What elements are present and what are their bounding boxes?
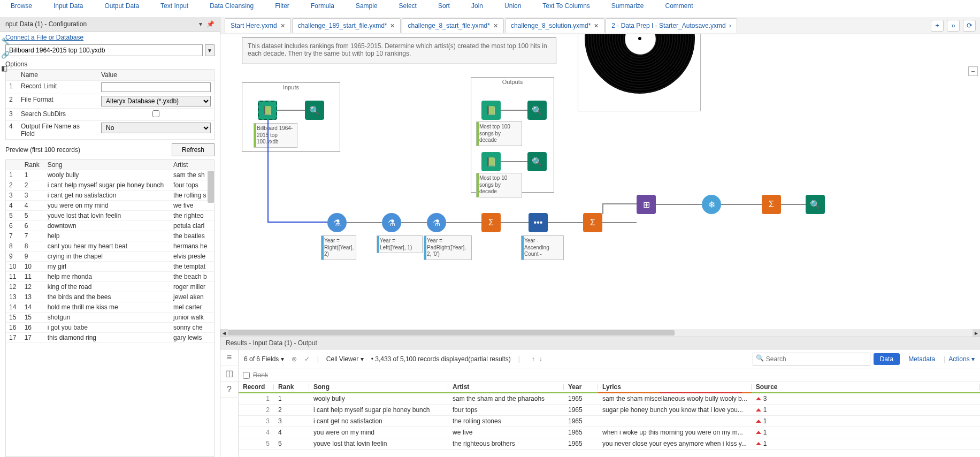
tool-input-data[interactable]: Input Data [53, 2, 83, 10]
table-row[interactable]: 88cant you hear my heart beathermans he [6, 241, 214, 252]
metadata-tab[interactable]: Metadata [903, 353, 940, 365]
tool-union[interactable]: Union [504, 2, 521, 10]
remove-fields-icon[interactable]: ⊗ [292, 355, 297, 363]
records-icon[interactable]: ≡ [220, 349, 238, 365]
filter-checkbox[interactable] [243, 372, 250, 379]
col-rank[interactable]: Rank [21, 160, 44, 170]
file-format-select[interactable]: Alteryx Database (*.yxdb) [101, 96, 211, 106]
table-row[interactable]: 1616i got you babesonny che [6, 323, 214, 333]
canvas-hscrollbar[interactable]: ◄ ► [220, 329, 980, 337]
table-row[interactable]: 44you were on my mindwe five1965when i w… [239, 427, 980, 438]
col-artist[interactable]: Artist [170, 160, 214, 170]
table-row[interactable]: 11wooly bullysam the sham and the pharao… [239, 393, 980, 405]
table-row[interactable]: 1717this diamond ringgary lewis [6, 333, 214, 343]
table-row[interactable]: 22i cant help myself sugar pie honey bun… [239, 405, 980, 416]
collapse-button[interactable]: − [968, 66, 978, 76]
col-artist[interactable]: Artist [448, 382, 564, 393]
tool-data-cleansing[interactable]: Data Cleansing [210, 2, 254, 10]
file-path-input[interactable] [5, 44, 203, 56]
chevron-right-icon[interactable]: › [729, 22, 731, 29]
scroll-right-button[interactable]: ► [973, 329, 980, 337]
table-row[interactable]: 1212king of the roadroger miller [6, 282, 214, 292]
table-row[interactable]: 1010my girlthe temptat [6, 262, 214, 272]
unique-node[interactable]: ❄ [702, 195, 721, 214]
tool-browse[interactable]: Browse [11, 2, 32, 10]
results-table[interactable]: Record Rank Song Artist Year Lyrics Sour… [239, 382, 980, 457]
table-row[interactable]: 55youve lost that lovin feelinthe righte… [239, 438, 980, 450]
fields-count[interactable]: 6 of 6 Fields ▾ [244, 355, 284, 363]
preview-table[interactable]: Rank Song Artist 11wooly bullysam the sh… [5, 159, 215, 457]
refresh-button[interactable]: Refresh [172, 143, 215, 156]
chevron-down-icon[interactable]: ▾ [199, 20, 202, 28]
summarize-node-2[interactable]: Σ [583, 213, 602, 232]
tool-comment[interactable]: Comment [665, 2, 693, 10]
data-tab[interactable]: Data [874, 353, 900, 365]
summarize-node-3[interactable]: Σ [762, 195, 781, 214]
tool-summarize[interactable]: Summarize [611, 2, 644, 10]
browse-node-2[interactable]: 🔍 [527, 152, 547, 171]
table-row[interactable]: 33i cant get no satisfactionthe rolling … [239, 416, 980, 427]
new-tab-button[interactable]: + [931, 20, 944, 32]
tool-formula[interactable]: Formula [311, 2, 334, 10]
formula-node-3[interactable]: ⚗ [427, 213, 446, 232]
col-index[interactable] [6, 160, 21, 170]
table-row[interactable]: 77helpthe beatles [6, 231, 214, 241]
browse-node[interactable]: 🔍 [305, 101, 324, 120]
output-node-1[interactable]: 📗 [481, 101, 501, 120]
output-node-2[interactable]: 📗 [481, 152, 501, 171]
input-data-node[interactable]: 📗 [258, 101, 277, 120]
table-row[interactable]: 55youve lost that lovin feelinthe righte… [6, 211, 214, 221]
tool-output-data[interactable]: Output Data [104, 2, 139, 10]
table-row[interactable]: 44you were on my mindwe five [6, 201, 214, 211]
table-row[interactable]: 1313the birds and the beesjewel aken [6, 292, 214, 302]
tool-select[interactable]: Select [399, 2, 417, 10]
formula-node-1[interactable]: ⚗ [327, 213, 347, 232]
wrench-icon[interactable]: 🔧 [1, 37, 11, 45]
scroll-track[interactable] [228, 329, 973, 337]
tab-start-here[interactable]: Start Here.yxmd✕ [225, 18, 291, 33]
tool-text-input[interactable]: Text Input [160, 2, 188, 10]
comment-box[interactable]: This dataset includes rankings from 1965… [242, 37, 556, 64]
filter-row[interactable]: Rank [239, 369, 980, 382]
close-icon[interactable]: ✕ [493, 22, 498, 29]
connect-link[interactable]: Connect a File or Database [0, 32, 220, 43]
close-icon[interactable]: ✕ [280, 22, 285, 29]
table-row[interactable]: 1414hold me thrill me kiss memel carter [6, 302, 214, 313]
tab-challenge-8-start[interactable]: challenge_8_start_file.yxmd*✕ [402, 18, 503, 33]
table-row[interactable]: 66downtownpetula clarl [6, 221, 214, 231]
table-row[interactable]: 11wooly bullysam the sh [6, 170, 214, 180]
workflow-canvas[interactable]: − This dataset includes rankings from 19… [220, 34, 980, 337]
tool-text-to-columns[interactable]: Text To Columns [542, 2, 589, 10]
record-limit-input[interactable] [101, 82, 211, 92]
browse-node-1[interactable]: 🔍 [527, 101, 547, 120]
close-icon[interactable]: ✕ [594, 22, 599, 29]
table-row[interactable]: 1111help me rhondathe beach b [6, 272, 214, 282]
summarize-node-1[interactable]: Σ [481, 213, 501, 232]
layout-icon[interactable]: ◧ [1, 64, 11, 72]
refresh-canvas-button[interactable]: ⟳ [963, 20, 976, 32]
tab-challenge-8-solution[interactable]: challenge_8_solution.yxmd*✕ [505, 18, 604, 33]
table-row[interactable]: 1515shotgunjunior walk [6, 313, 214, 323]
link-icon[interactable]: 🔗 [1, 51, 11, 59]
tab-data-prep-starter[interactable]: 2 - Data Prep I - Starter_Autosave.yxmd› [606, 18, 737, 33]
arrow-down-icon[interactable]: ↓ [539, 355, 542, 363]
check-icon[interactable]: ✓ [304, 355, 310, 363]
actions-menu[interactable]: Actions ▾ [948, 355, 975, 363]
col-lyrics[interactable]: Lyrics [598, 382, 752, 393]
browse-end-node[interactable]: 🔍 [806, 195, 825, 214]
tool-filter[interactable]: Filter [275, 2, 289, 10]
col-song[interactable]: Song [309, 382, 448, 393]
more-tabs-button[interactable]: » [947, 20, 960, 32]
cell-viewer-label[interactable]: Cell Viewer ▾ [326, 355, 364, 363]
tool-join[interactable]: Join [471, 2, 483, 10]
col-song[interactable]: Song [44, 160, 170, 170]
table-row[interactable]: 33i cant get no satisfactionthe rolling … [6, 191, 214, 201]
join-node[interactable]: ⊞ [637, 195, 656, 214]
table-row[interactable]: 99crying in the chapelelvis presle [6, 252, 214, 262]
scroll-left-button[interactable]: ◄ [220, 329, 228, 337]
pin-icon[interactable]: 📌 [206, 20, 215, 28]
tab-challenge-189[interactable]: challenge_189_start_file.yxmd*✕ [292, 18, 401, 33]
col-record[interactable]: Record [239, 382, 274, 393]
messages-icon[interactable]: ◫ [220, 365, 238, 382]
arrow-up-icon[interactable]: ↑ [532, 355, 535, 363]
